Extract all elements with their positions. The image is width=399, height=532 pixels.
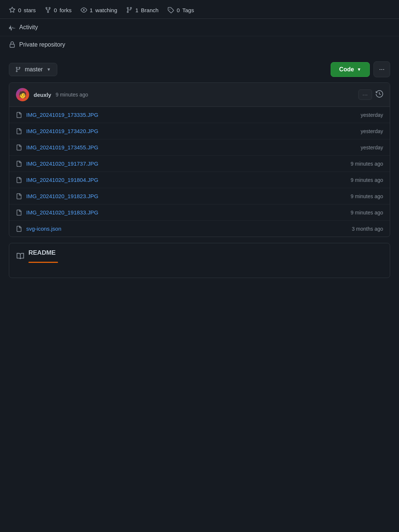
stats-bar: 0 stars 0 forks 1 watching 1 Branch: [0, 0, 399, 19]
file-name: IMG_20241019_173455.JPG: [26, 144, 98, 150]
code-button[interactable]: Code ▼: [331, 62, 370, 77]
tags-label: Tags: [182, 7, 194, 13]
activity-label: Activity: [19, 24, 38, 31]
code-label: Code: [339, 66, 354, 73]
file-name: IMG_20241020_191737.JPG: [26, 160, 98, 167]
branch-label: Branch: [141, 7, 159, 13]
commit-header: 🧑 deuxly 9 minutes ago ···: [9, 83, 390, 107]
readme-section: README: [9, 243, 390, 278]
stars-stat[interactable]: 0 stars: [9, 7, 36, 13]
file-name: IMG_20241019_173335.JPG: [26, 112, 98, 118]
file-time: 3 months ago: [352, 226, 383, 232]
avatar-image: 🧑: [16, 88, 29, 101]
file-info: IMG_20241020_191737.JPG: [16, 160, 98, 167]
file-icon: [16, 210, 22, 216]
file-icon: [16, 226, 22, 232]
forks-label: forks: [59, 7, 72, 13]
file-icon: [16, 128, 22, 134]
star-icon: [9, 7, 16, 13]
file-time: yesterday: [361, 112, 383, 118]
file-name: svg-icons.json: [26, 226, 61, 232]
table-row[interactable]: IMG_20241019_173455.JPG yesterday: [9, 139, 390, 156]
commit-actions: ···: [358, 89, 383, 100]
file-time: yesterday: [361, 128, 383, 134]
table-row[interactable]: IMG_20241019_173420.JPG yesterday: [9, 123, 390, 139]
file-list: IMG_20241019_173335.JPG yesterday IMG_20…: [9, 107, 390, 237]
stars-label: stars: [24, 7, 36, 13]
file-info: IMG_20241020_191833.JPG: [16, 209, 98, 216]
watching-label: watching: [95, 7, 117, 13]
tags-stat[interactable]: 0 Tags: [167, 7, 194, 13]
activity-row[interactable]: Activity: [0, 19, 399, 36]
branch-count: 1: [135, 7, 138, 13]
activity-icon: [9, 24, 16, 31]
branch-icon: [126, 7, 133, 13]
file-icon: [16, 145, 22, 150]
readme-header: README: [9, 243, 390, 263]
watching-stat[interactable]: 1 watching: [81, 7, 117, 13]
file-time: 9 minutes ago: [351, 161, 383, 167]
private-repo-label: Private repository: [19, 41, 65, 48]
commit-hash-button[interactable]: ···: [358, 89, 372, 100]
fork-icon: [45, 7, 51, 13]
file-time: 9 minutes ago: [351, 210, 383, 216]
file-time: 9 minutes ago: [351, 177, 383, 183]
file-icon: [16, 161, 22, 167]
forks-count: 0: [54, 7, 57, 13]
readme-underline: [28, 262, 58, 263]
eye-icon: [81, 7, 87, 13]
branch-selector-icon: [15, 67, 21, 72]
file-name: IMG_20241020_191823.JPG: [26, 193, 98, 199]
file-info: IMG_20241020_191823.JPG: [16, 193, 98, 199]
commit-author-name[interactable]: deuxly: [34, 92, 51, 98]
branch-name: master: [25, 66, 43, 73]
readme-icon: [17, 253, 24, 260]
commit-hash-label: ···: [362, 92, 368, 98]
stars-count: 0: [18, 7, 21, 13]
commit-time: 9 minutes ago: [56, 92, 88, 98]
commit-author: 🧑 deuxly 9 minutes ago: [16, 88, 88, 101]
file-info: svg-icons.json: [16, 226, 61, 232]
more-options-button[interactable]: ···: [374, 61, 390, 77]
branch-toolbar: master ▼ Code ▼ ···: [9, 61, 390, 77]
table-row[interactable]: IMG_20241019_173335.JPG yesterday: [9, 107, 390, 123]
file-info: IMG_20241019_173420.JPG: [16, 128, 98, 134]
file-icon: [16, 177, 22, 183]
file-info: IMG_20241020_191804.JPG: [16, 177, 98, 183]
table-row[interactable]: IMG_20241020_191833.JPG 9 minutes ago: [9, 204, 390, 221]
table-row[interactable]: IMG_20241020_191823.JPG 9 minutes ago: [9, 188, 390, 204]
table-row[interactable]: IMG_20241020_191737.JPG 9 minutes ago: [9, 156, 390, 172]
forks-stat[interactable]: 0 forks: [45, 7, 72, 13]
file-icon: [16, 112, 22, 118]
file-name: IMG_20241020_191804.JPG: [26, 177, 98, 183]
file-table: 🧑 deuxly 9 minutes ago ···: [9, 82, 390, 237]
file-name: IMG_20241019_173420.JPG: [26, 128, 98, 134]
readme-title: README: [28, 249, 58, 260]
branch-chevron-icon: ▼: [47, 67, 51, 72]
file-time: yesterday: [361, 145, 383, 150]
file-icon: [16, 193, 22, 199]
branch-selector-button[interactable]: master ▼: [9, 63, 57, 76]
watching-count: 1: [90, 7, 93, 13]
lock-icon: [9, 41, 16, 48]
code-chevron-icon: ▼: [357, 67, 361, 72]
avatar: 🧑: [16, 88, 29, 101]
file-info: IMG_20241019_173335.JPG: [16, 112, 98, 118]
table-row[interactable]: IMG_20241020_191804.JPG 9 minutes ago: [9, 172, 390, 188]
history-button[interactable]: [376, 90, 383, 99]
branch-stat[interactable]: 1 Branch: [126, 7, 158, 13]
main-content: master ▼ Code ▼ ··· 🧑 deuxly 9 minutes a…: [0, 55, 399, 278]
readme-title-area: README: [28, 249, 58, 263]
tag-icon: [167, 7, 174, 13]
more-dots: ···: [379, 65, 385, 73]
file-time: 9 minutes ago: [351, 193, 383, 199]
tags-count: 0: [177, 7, 180, 13]
right-buttons: Code ▼ ···: [331, 61, 390, 77]
table-row[interactable]: svg-icons.json 3 months ago: [9, 221, 390, 237]
file-name: IMG_20241020_191833.JPG: [26, 209, 98, 216]
file-info: IMG_20241019_173455.JPG: [16, 144, 98, 150]
private-repo-row: Private repository: [0, 36, 399, 55]
